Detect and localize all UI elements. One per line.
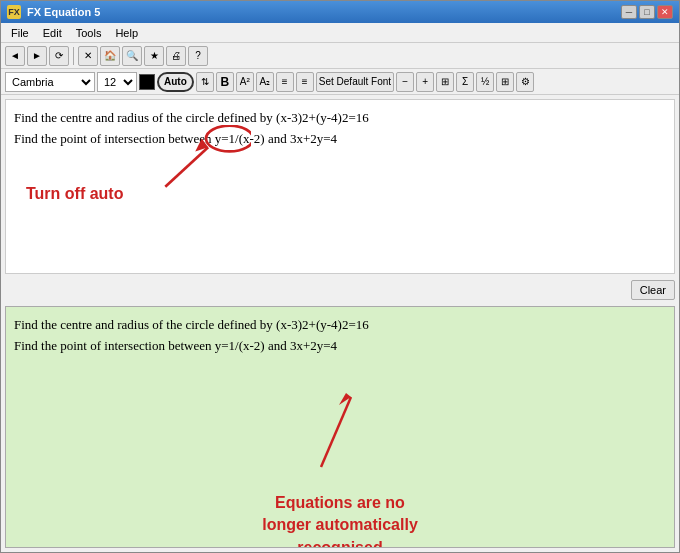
menu-edit[interactable]: Edit (37, 26, 68, 40)
main-window: FX FX Equation 5 ─ □ ✕ File Edit Tools H… (0, 0, 680, 553)
settings-btn[interactable]: ⚙ (516, 72, 534, 92)
toolbar-sep1 (73, 47, 74, 65)
menu-tools[interactable]: Tools (70, 26, 108, 40)
result-line2: Find the point of intersection between y… (14, 336, 666, 357)
minimize-button[interactable]: ─ (621, 5, 637, 19)
toolbar-search[interactable]: 🔍 (122, 46, 142, 66)
result-line1: Find the centre and radius of the circle… (14, 315, 666, 336)
clear-btn-row: Clear (1, 278, 679, 302)
editor-text: Find the centre and radius of the circle… (14, 108, 666, 150)
toolbar-star[interactable]: ★ (144, 46, 164, 66)
zoom-in-btn[interactable]: + (416, 72, 434, 92)
matrix-btn[interactable]: ⊞ (496, 72, 514, 92)
clear-button[interactable]: Clear (631, 280, 675, 300)
editor-line2: Find the point of intersection between y… (14, 129, 666, 150)
title-bar-left: FX FX Equation 5 (7, 5, 100, 19)
toolbar-stop[interactable]: ✕ (78, 46, 98, 66)
svg-line-3 (321, 397, 351, 467)
editor-area[interactable]: Find the centre and radius of the circle… (5, 99, 675, 274)
toolbar-forward[interactable]: ► (27, 46, 47, 66)
toolbar-print[interactable]: 🖨 (166, 46, 186, 66)
title-bar: FX FX Equation 5 ─ □ ✕ (1, 1, 679, 23)
result-area: Find the centre and radius of the circle… (5, 306, 675, 548)
align-center-btn[interactable]: ≡ (296, 72, 314, 92)
text-direction-btn[interactable]: ⇅ (196, 72, 214, 92)
fraction-btn[interactable]: ½ (476, 72, 494, 92)
close-button[interactable]: ✕ (657, 5, 673, 19)
toolbar-home[interactable]: 🏠 (100, 46, 120, 66)
turn-off-label: Turn off auto (26, 185, 123, 203)
bold-button[interactable]: B (216, 72, 234, 92)
menu-file[interactable]: File (5, 26, 35, 40)
main-content: Find the centre and radius of the circle… (1, 95, 679, 552)
zoom-out-btn[interactable]: − (396, 72, 414, 92)
set-default-font-btn[interactable]: Set Default Font (316, 72, 394, 92)
size-select[interactable]: 12 (97, 72, 137, 92)
editor-line1: Find the centre and radius of the circle… (14, 108, 666, 129)
toolbar: ◄ ► ⟳ ✕ 🏠 🔍 ★ 🖨 ? (1, 43, 679, 69)
toolbar-help[interactable]: ? (188, 46, 208, 66)
equations-label: Equations are no longer automatically re… (262, 492, 418, 548)
symbol-btn[interactable]: Σ (456, 72, 474, 92)
align-left-btn[interactable]: ≡ (276, 72, 294, 92)
maximize-button[interactable]: □ (639, 5, 655, 19)
window-title: FX Equation 5 (27, 6, 100, 18)
toolbar-refresh[interactable]: ⟳ (49, 46, 69, 66)
format-toolbar: Cambria 12 Auto ⇅ B A² A₂ ≡ ≡ Set Defaul… (1, 69, 679, 95)
toolbar-back[interactable]: ◄ (5, 46, 25, 66)
font-select[interactable]: Cambria (5, 72, 95, 92)
menu-help[interactable]: Help (109, 26, 144, 40)
result-text: Find the centre and radius of the circle… (14, 315, 666, 357)
title-controls: ─ □ ✕ (621, 5, 673, 19)
superscript-button[interactable]: A² (236, 72, 254, 92)
auto-button[interactable]: Auto (157, 72, 194, 92)
svg-line-1 (165, 147, 208, 187)
color-box[interactable] (139, 74, 155, 90)
arrow-annotation-bottom (261, 367, 391, 477)
menubar: File Edit Tools Help (1, 23, 679, 43)
insert-btn[interactable]: ⊞ (436, 72, 454, 92)
app-icon: FX (7, 5, 21, 19)
subscript-button[interactable]: A₂ (256, 72, 274, 92)
